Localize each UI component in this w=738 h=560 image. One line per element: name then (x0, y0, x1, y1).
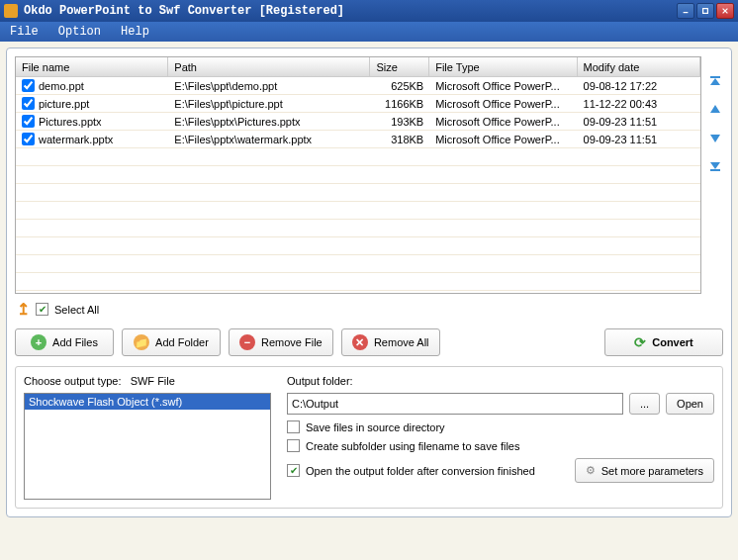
menubar: File Option Help (0, 22, 738, 42)
reorder-arrows (707, 56, 723, 294)
cell-date: 11-12-22 00:43 (578, 98, 700, 110)
menu-option[interactable]: Option (52, 23, 107, 41)
table-row (16, 202, 700, 220)
select-all-row: ↥ Select All (15, 294, 723, 325)
move-top-button[interactable] (707, 74, 723, 90)
output-folder-row: ... Open (287, 393, 714, 415)
create-subfolder-label: Create subfolder using filename to save … (306, 440, 519, 452)
output-type-section: Choose output type: SWF File Shockwave F… (24, 375, 271, 500)
file-list-area: File name Path Size File Type Modify dat… (15, 56, 723, 294)
col-path[interactable]: Path (168, 57, 370, 76)
close-button[interactable] (716, 3, 734, 19)
table-row (16, 184, 700, 202)
set-more-parameters-label: Set more parameters (601, 465, 703, 477)
x-icon: ✕ (352, 334, 368, 350)
menu-help[interactable]: Help (115, 23, 155, 41)
add-folder-label: Add Folder (155, 336, 209, 348)
remove-all-label: Remove All (374, 336, 429, 348)
cell-filename: demo.ppt (39, 80, 84, 92)
browse-button[interactable]: ... (629, 393, 660, 415)
cell-date: 09-09-23 11:51 (578, 134, 700, 145)
add-files-label: Add Files (52, 336, 98, 348)
move-bottom-button[interactable] (707, 157, 723, 173)
output-type-prefix: Choose output type: (24, 375, 121, 387)
open-button[interactable]: Open (666, 393, 714, 415)
output-folder-label: Output folder: (287, 375, 714, 387)
row-checkbox[interactable] (22, 97, 35, 110)
output-options-section: Output folder: ... Open Save files in so… (287, 375, 714, 500)
save-in-source-row: Save files in source directory (287, 420, 714, 433)
table-row (16, 166, 700, 184)
cell-filename: Pictures.pptx (39, 116, 102, 128)
row-checkbox[interactable] (22, 115, 35, 128)
move-down-button[interactable] (707, 130, 723, 145)
remove-file-label: Remove File (261, 336, 323, 348)
cell-date: 09-09-23 11:51 (578, 116, 700, 128)
remove-file-button[interactable]: −Remove File (229, 328, 333, 356)
open-after-row: Open the output folder after conversion … (287, 458, 714, 483)
open-after-label: Open the output folder after conversion … (306, 465, 535, 477)
file-table: File name Path Size File Type Modify dat… (15, 56, 701, 294)
cell-date: 09-08-12 17:22 (578, 80, 700, 92)
table-row[interactable]: watermark.pptxE:\Files\pptx\watermark.pp… (16, 131, 700, 148)
row-checkbox[interactable] (22, 79, 35, 92)
minus-icon: − (239, 334, 255, 350)
remove-all-button[interactable]: ✕Remove All (341, 328, 440, 356)
menu-file[interactable]: File (4, 23, 45, 41)
app-icon (4, 4, 18, 18)
cell-size: 318KB (370, 134, 429, 145)
save-in-source-label: Save files in source directory (306, 421, 445, 433)
cell-type: Microsoft Office PowerP... (429, 80, 577, 92)
table-row (16, 237, 700, 255)
table-row[interactable]: Pictures.pptxE:\Files\pptx\Pictures.pptx… (16, 113, 700, 131)
titlebar: Okdo PowerPoint to Swf Converter [Regist… (0, 0, 738, 22)
cell-type: Microsoft Office PowerP... (429, 98, 577, 110)
window-controls (677, 3, 734, 19)
main-panel: File name Path Size File Type Modify dat… (6, 47, 732, 517)
svg-rect-4 (710, 76, 720, 78)
table-row (16, 148, 700, 166)
cell-size: 625KB (370, 80, 429, 92)
plus-icon: + (31, 334, 46, 350)
gear-icon: ⚙ (586, 464, 596, 477)
cell-type: Microsoft Office PowerP... (429, 134, 577, 145)
table-row[interactable]: demo.pptE:\Files\ppt\demo.ppt625KBMicros… (16, 77, 700, 95)
col-size[interactable]: Size (370, 57, 429, 76)
open-after-checkbox[interactable] (287, 464, 300, 477)
add-files-button[interactable]: +Add Files (15, 328, 114, 356)
output-type-value: SWF File (131, 375, 175, 387)
maximize-button[interactable] (696, 3, 714, 19)
up-folder-icon[interactable]: ↥ (17, 300, 30, 319)
move-up-button[interactable] (707, 102, 723, 118)
convert-icon: ⟳ (634, 334, 646, 350)
create-subfolder-checkbox[interactable] (287, 439, 300, 452)
row-checkbox[interactable] (22, 133, 35, 145)
cell-path: E:\Files\pptx\Pictures.pptx (168, 116, 370, 128)
create-subfolder-row: Create subfolder using filename to save … (287, 439, 714, 452)
convert-label: Convert (652, 336, 693, 348)
table-header: File name Path Size File Type Modify dat… (16, 57, 700, 77)
table-row (16, 255, 700, 273)
content-area: File name Path Size File Type Modify dat… (0, 42, 738, 560)
col-filename[interactable]: File name (16, 57, 168, 76)
table-row[interactable]: picture.pptE:\Files\ppt\picture.ppt1166K… (16, 95, 700, 113)
cell-filename: watermark.pptx (39, 134, 113, 145)
convert-button[interactable]: ⟳Convert (604, 328, 723, 356)
add-folder-button[interactable]: 📁Add Folder (122, 328, 221, 356)
save-in-source-checkbox[interactable] (287, 420, 300, 433)
table-row (16, 220, 700, 237)
col-modify-date[interactable]: Modify date (578, 57, 700, 76)
cell-path: E:\Files\pptx\watermark.pptx (168, 134, 370, 145)
output-type-list[interactable]: Shockwave Flash Object (*.swf) (24, 393, 271, 500)
set-more-parameters-button[interactable]: ⚙ Set more parameters (575, 458, 714, 483)
output-folder-input[interactable] (287, 393, 623, 415)
cell-size: 193KB (370, 116, 429, 128)
select-all-checkbox[interactable] (36, 303, 48, 316)
col-filetype[interactable]: File Type (429, 57, 577, 76)
minimize-button[interactable] (677, 3, 694, 19)
folder-icon: 📁 (134, 334, 149, 350)
table-row (16, 291, 700, 294)
table-body: demo.pptE:\Files\ppt\demo.ppt625KBMicros… (16, 77, 700, 294)
output-type-item[interactable]: Shockwave Flash Object (*.swf) (25, 394, 270, 410)
table-row (16, 273, 700, 291)
